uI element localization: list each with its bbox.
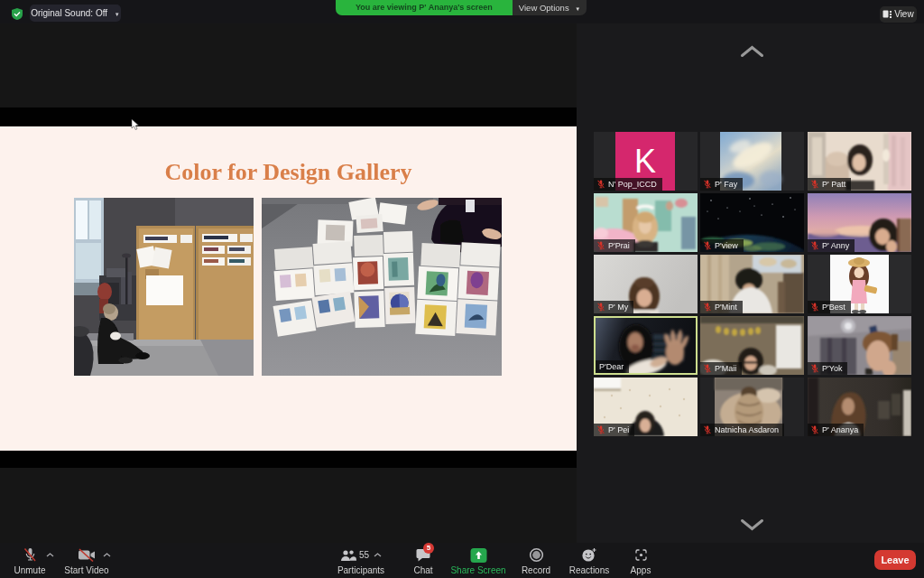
svg-text:K: K (634, 143, 656, 180)
